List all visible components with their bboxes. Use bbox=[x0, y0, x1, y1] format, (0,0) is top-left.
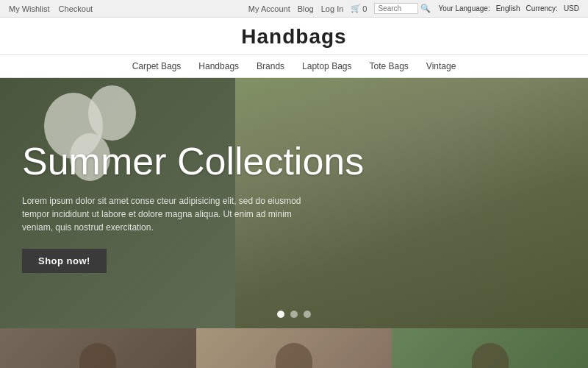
cart-count: 0 bbox=[362, 4, 367, 13]
search-icon[interactable]: 🔍 bbox=[420, 4, 431, 13]
nav-tote-bags[interactable]: Tote Bags bbox=[369, 61, 408, 71]
lang-currency: Your Language: English Currency: USD bbox=[438, 4, 579, 13]
search-input[interactable] bbox=[374, 3, 418, 14]
thumbnails-row bbox=[0, 328, 588, 368]
carousel-dot-3[interactable] bbox=[304, 311, 311, 318]
hero-description: Lorem ipsum dolor sit amet conse cteur a… bbox=[22, 194, 301, 234]
checkout-link[interactable]: Checkout bbox=[59, 4, 93, 13]
login-link[interactable]: Log In bbox=[321, 4, 344, 13]
hero-title: Summer Collections bbox=[22, 141, 390, 183]
currency-label: Currency: bbox=[526, 4, 558, 13]
main-nav: Carpet Bags Handbags Brands Laptop Bags … bbox=[0, 55, 588, 78]
cart-icon-wrap[interactable]: 🛒 0 bbox=[351, 4, 367, 13]
currency-value[interactable]: USD bbox=[564, 4, 579, 13]
top-bar-left: My Wishlist Checkout bbox=[9, 4, 93, 13]
logo-bar: Handbags bbox=[0, 18, 588, 55]
thumbnail-3[interactable] bbox=[392, 328, 588, 368]
hero-banner: Summer Collections Lorem ipsum dolor sit… bbox=[0, 78, 588, 328]
thumbnail-1[interactable] bbox=[0, 328, 196, 368]
nav-handbags[interactable]: Handbags bbox=[198, 61, 239, 71]
carousel-dots bbox=[277, 311, 311, 318]
nav-laptop-bags[interactable]: Laptop Bags bbox=[302, 61, 351, 71]
carousel-dot-1[interactable] bbox=[277, 311, 284, 318]
language-value[interactable]: English bbox=[496, 4, 520, 13]
nav-vintage[interactable]: Vintage bbox=[426, 61, 456, 71]
site-logo[interactable]: Handbags bbox=[0, 25, 588, 49]
my-account-link[interactable]: My Account bbox=[248, 4, 290, 13]
blog-link[interactable]: Blog bbox=[298, 4, 314, 13]
cart-icon: 🛒 bbox=[351, 4, 361, 13]
nav-carpet-bags[interactable]: Carpet Bags bbox=[132, 61, 182, 71]
search-wrap: 🔍 bbox=[374, 3, 431, 14]
shop-now-button[interactable]: Shop now! bbox=[22, 249, 107, 273]
thumbnail-2[interactable] bbox=[196, 328, 392, 368]
carousel-dot-2[interactable] bbox=[290, 311, 298, 318]
nav-brands[interactable]: Brands bbox=[257, 61, 284, 71]
top-bar: My Wishlist Checkout My Account Blog Log… bbox=[0, 0, 588, 18]
top-bar-right: My Account Blog Log In 🛒 0 🔍 Your Langua… bbox=[248, 3, 579, 14]
my-wishlist-link[interactable]: My Wishlist bbox=[9, 4, 50, 13]
language-label: Your Language: bbox=[438, 4, 490, 13]
hero-content: Summer Collections Lorem ipsum dolor sit… bbox=[0, 78, 412, 328]
